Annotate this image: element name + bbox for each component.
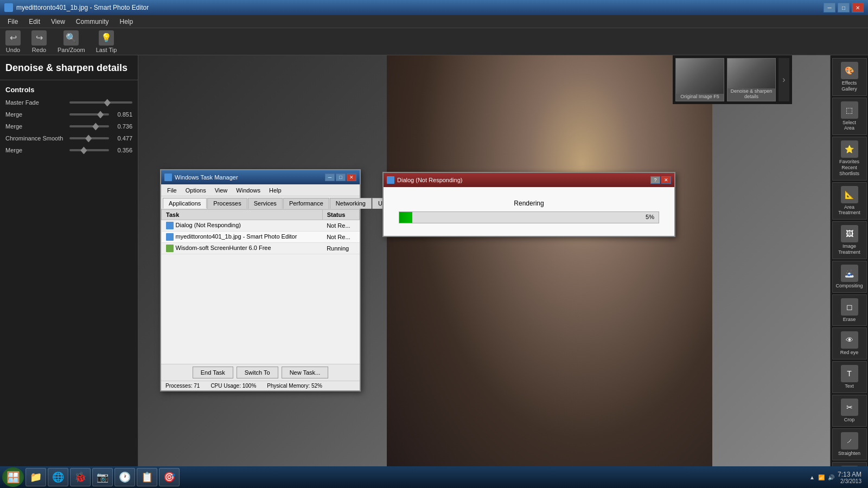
menu-edit[interactable]: Edit (23, 17, 46, 27)
tm-minimize-btn[interactable]: ─ (325, 174, 335, 181)
undo-button[interactable]: ↩ Undo (5, 30, 21, 53)
canvas-area[interactable]: Original Image F5 Denoise & sharpen deta… (138, 55, 830, 488)
panzoom-button[interactable]: 🔍 Pan/Zoom (58, 30, 85, 53)
taskbar: 🪟 📁 🌐 🐞 📷 🕐 📋 🎯 ▲ 📶 🔊 7:13 AM 2/3/2013 (0, 466, 868, 488)
title-bar: myedittoronto401_1b.jpg - Smart Photo Ed… (0, 0, 868, 15)
tab-networking[interactable]: Networking (330, 198, 372, 209)
taskbar-ie[interactable]: 🌐 (48, 468, 68, 486)
menu-help[interactable]: Help (114, 17, 139, 27)
favorites-btn[interactable]: ⭐ FavoritesRecentShortlists (832, 137, 867, 180)
systray-volume[interactable]: 🔊 (828, 474, 834, 480)
new-task-button[interactable]: New Task... (282, 367, 329, 378)
minimize-button[interactable]: ─ (824, 3, 835, 12)
select-area-btn[interactable]: ⬚ SelectArea (832, 98, 867, 136)
taskbar-app6[interactable]: 📋 (137, 468, 157, 486)
tm-menu-help[interactable]: Help (265, 186, 286, 195)
start-button[interactable]: 🪟 (2, 467, 24, 487)
original-panel-label: Original Image F5 (680, 94, 719, 99)
tab-applications[interactable]: Applications (163, 198, 207, 209)
menu-view[interactable]: View (46, 17, 71, 27)
left-panel: Denoise & sharpen details Controls Maste… (0, 55, 138, 488)
rd-close-btn[interactable]: ✕ (661, 176, 671, 184)
control-slider-0[interactable] (69, 113, 109, 115)
preview-next-arrow[interactable]: › (778, 58, 789, 101)
systray-arrow[interactable]: ▲ (809, 474, 815, 480)
straighten-btn[interactable]: ⟋ Straighten (832, 428, 867, 460)
compositing-icon: 🗻 (841, 265, 858, 282)
control-row-3: Merge 0.356 (0, 144, 138, 156)
effect-preview-img (727, 59, 775, 88)
maximize-button[interactable]: □ (838, 3, 850, 12)
tab-processes[interactable]: Processes (207, 198, 247, 209)
red-eye-label: Red eye (840, 350, 859, 356)
control-label-2: Chrominance Smooth (5, 135, 65, 142)
image-treatment-icon: 🖼 (841, 225, 858, 242)
cpu-usage: CPU Usage: 100% (210, 383, 256, 389)
table-row[interactable]: myedittoronto401_1b.jpg - Smart Photo Ed… (162, 232, 360, 243)
main-layout: Denoise & sharpen details Controls Maste… (0, 55, 868, 488)
taskbar-app7[interactable]: 🎯 (159, 468, 180, 486)
lasttip-button[interactable]: 💡 Last Tip (96, 30, 117, 53)
task-name-2: Wisdom-soft ScreenHunter 6.0 Free (162, 243, 323, 254)
tab-services[interactable]: Services (248, 198, 283, 209)
task-manager-table: Task Status Dialog (Not Responding) Not … (161, 209, 360, 364)
end-task-button[interactable]: End Task (193, 367, 233, 378)
compositing-label: Compositing (835, 283, 863, 289)
tm-menu-windows[interactable]: Windows (232, 186, 265, 195)
switch-to-button[interactable]: Switch To (237, 367, 278, 378)
compositing-btn[interactable]: 🗻 Compositing (832, 261, 867, 293)
tm-close-btn[interactable]: ✕ (347, 174, 356, 181)
task-manager-footer: End Task Switch To New Task... (161, 364, 360, 381)
memory-usage: Physical Memory: 52% (267, 383, 322, 389)
control-slider-2[interactable] (69, 137, 109, 139)
image-treatment-label: ImageTreatment (838, 243, 860, 255)
tm-menu-view[interactable]: View (210, 186, 232, 195)
panzoom-icon: 🔍 (63, 30, 79, 46)
tm-menu-options[interactable]: Options (181, 186, 210, 195)
render-dialog-body: Rendering 5% (384, 187, 674, 236)
rd-help-btn[interactable]: ? (650, 176, 660, 184)
effects-gallery-btn[interactable]: 🎨 EffectsGallery (832, 58, 867, 96)
red-eye-icon: 👁 (841, 331, 858, 349)
erase-btn[interactable]: ◻ Erase (832, 294, 867, 326)
text-btn[interactable]: T Text (832, 361, 867, 393)
control-val-0: 0.851 (113, 111, 132, 118)
task-status-1: Not Re... (322, 232, 359, 243)
image-treatment-btn[interactable]: 🖼 ImageTreatment (832, 221, 867, 259)
master-fade-slider[interactable] (69, 101, 132, 104)
taskbar-app3[interactable]: 🐞 (70, 468, 91, 486)
favorites-icon: ⭐ (841, 140, 858, 158)
redo-button[interactable]: ↪ Redo (31, 30, 47, 53)
erase-icon: ◻ (841, 298, 858, 316)
control-label-0: Merge (5, 111, 65, 118)
taskbar-clock[interactable]: 🕐 (114, 468, 135, 486)
menu-community[interactable]: Community (71, 17, 114, 27)
clock-date: 2/3/2013 (838, 478, 861, 484)
effect-preview-panel[interactable]: Denoise & sharpen details (727, 58, 776, 101)
menu-file[interactable]: File (2, 17, 23, 27)
control-label-3: Merge (5, 147, 65, 153)
effects-gallery-label: EffectsGallery (841, 80, 857, 92)
taskbar-camera[interactable]: 📷 (92, 468, 113, 486)
table-row[interactable]: Dialog (Not Responding) Not Re... (162, 220, 360, 232)
crop-btn[interactable]: ✂ Crop (832, 395, 867, 427)
taskbar-explorer[interactable]: 📁 (25, 468, 46, 486)
close-button[interactable]: ✕ (852, 3, 864, 12)
tm-maximize-btn[interactable]: □ (336, 174, 346, 181)
table-row[interactable]: Wisdom-soft ScreenHunter 6.0 Free Runnin… (162, 243, 360, 254)
render-dialog-icon (387, 176, 394, 184)
control-slider-3[interactable] (69, 149, 109, 151)
original-image-panel[interactable]: Original Image F5 (675, 58, 724, 101)
undo-icon: ↩ (5, 30, 21, 46)
control-slider-1[interactable] (69, 125, 109, 127)
controls-label: Controls (0, 80, 138, 97)
control-row-1: Merge 0.736 (0, 120, 138, 132)
tab-performance[interactable]: Performance (283, 198, 329, 209)
tm-menu-file[interactable]: File (163, 186, 181, 195)
area-treatment-btn[interactable]: 📐 AreaTreatment (832, 182, 867, 220)
master-fade-label: Master Fade (5, 99, 65, 106)
red-eye-btn[interactable]: 👁 Red eye (832, 328, 867, 359)
original-preview-img (676, 59, 724, 94)
effect-title: Denoise & sharpen details (0, 55, 138, 77)
tm-window-controls: ─ □ ✕ (325, 174, 356, 181)
